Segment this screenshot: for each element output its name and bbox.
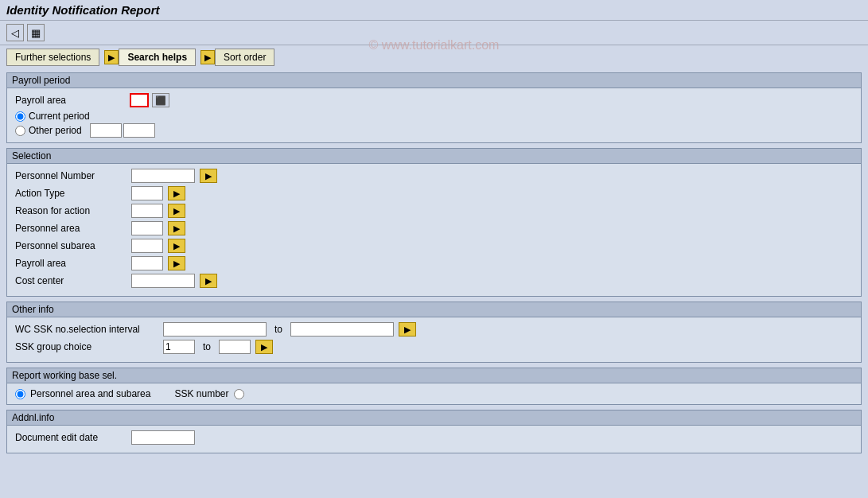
other-period-input1[interactable] [90,123,122,138]
tab-search-helps[interactable]: Search helps [119,49,196,66]
selection-header: Selection [7,149,861,164]
personnel-number-arrow-btn[interactable]: ▶ [200,169,217,183]
payroll-period-body: Payroll area ⬛ Current period Other peri… [7,88,861,142]
addnl-info-section: Addnl.info Document edit date [6,410,862,453]
ssk-group-label: SSK group choice [15,341,158,352]
ssk-group-input1[interactable] [163,340,195,354]
other-info-section: Other info WC SSK no.selection interval … [6,302,862,363]
other-info-header: Other info [7,302,861,317]
selection-body: Personnel Number ▶ Action Type ▶ Reason … [7,164,861,296]
payroll-area-sel-label: Payroll area [15,258,127,269]
payroll-period-header: Payroll period [7,73,861,88]
other-period-input2[interactable] [123,123,155,138]
other-period-radio-row[interactable]: Other period [15,123,853,138]
cost-center-arrow-btn[interactable]: ▶ [200,274,217,288]
personnel-area-arrow-btn[interactable]: ▶ [168,221,185,235]
other-period-inputs [90,123,155,138]
reason-for-action-arrow-btn[interactable]: ▶ [168,204,185,218]
payroll-area-input[interactable] [130,93,149,107]
payroll-area-sel-input[interactable] [131,256,163,270]
wc-ssk-row: WC SSK no.selection interval to ▶ [15,322,853,337]
document-edit-date-input[interactable] [131,430,195,445]
cost-center-input[interactable] [131,274,195,288]
personnel-subarea-row: Personnel subarea ▶ [15,239,853,253]
personnel-subarea-input[interactable] [131,239,163,253]
action-type-row: Action Type ▶ [15,186,853,200]
main-content: Payroll period Payroll area ⬛ Current pe… [0,69,868,461]
selection-section: Selection Personnel Number ▶ Action Type… [6,148,862,297]
addnl-info-body: Document edit date [7,426,861,453]
sort-order-label: Sort order [224,52,266,63]
sort-order-arrow-icon: ▶ [200,50,215,64]
wc-ssk-arrow-btn[interactable]: ▶ [399,322,416,337]
document-edit-date-label: Document edit date [15,432,127,443]
current-period-label: Current period [29,111,90,122]
personnel-area-row: Personnel area ▶ [15,221,853,235]
document-edit-date-row: Document edit date [15,430,853,445]
tab-sort-order[interactable]: Sort order [215,49,274,66]
payroll-period-section: Payroll period Payroll area ⬛ Current pe… [6,72,862,143]
payroll-area-sel-arrow-btn[interactable]: ▶ [168,256,185,270]
action-type-input[interactable] [131,186,163,200]
tab-further-selections[interactable]: Further selections [6,49,99,66]
other-period-label: Other period [29,125,82,136]
search-helps-arrow-icon: ▶ [104,50,119,64]
payroll-area-label: Payroll area [15,95,127,106]
reason-for-action-input[interactable] [131,204,163,218]
ssk-group-row: SSK group choice to ▶ [15,340,853,354]
wc-ssk-input1[interactable] [163,322,267,337]
current-period-radio-row[interactable]: Current period [15,111,853,122]
period-radio-group: Current period Other period [15,111,853,138]
ssk-group-arrow-btn[interactable]: ▶ [255,340,273,354]
cost-center-row: Cost center ▶ [15,274,853,288]
personnel-area-input[interactable] [131,221,163,235]
reason-for-action-label: Reason for action [15,205,127,216]
wc-ssk-label: WC SSK no.selection interval [15,324,158,335]
action-type-arrow-btn[interactable]: ▶ [168,186,185,200]
report-working-header: Report working base sel. [7,368,861,383]
back-icon[interactable]: ◁ [6,24,24,41]
payroll-area-browse-btn[interactable]: ⬛ [152,93,169,107]
toolbar: ◁ ▦ © www.tutorialkart.com [0,21,868,45]
cost-center-label: Cost center [15,275,127,286]
wc-ssk-input2[interactable] [290,322,394,337]
personnel-subarea-arrow-btn[interactable]: ▶ [168,239,185,253]
payroll-area-row: Payroll area ⬛ [15,93,853,107]
personnel-number-input[interactable] [131,169,195,183]
personnel-subarea-label: Personnel subarea [15,240,127,251]
reason-for-action-row: Reason for action ▶ [15,204,853,218]
personnel-number-label: Personnel Number [15,170,127,181]
wc-ssk-to-label: to [274,324,282,335]
addnl-info-header: Addnl.info [7,410,861,426]
report-working-body: Personnel area and subarea SSK number [7,383,861,404]
ssk-number-radio[interactable] [234,389,244,399]
forward-icon[interactable]: ▦ [27,24,45,41]
personnel-number-row: Personnel Number ▶ [15,169,853,183]
report-working-section: Report working base sel. Personnel area … [6,368,862,405]
other-info-body: WC SSK no.selection interval to ▶ SSK gr… [7,317,861,362]
ssk-group-input2[interactable] [219,340,251,354]
ssk-group-to-label: to [203,341,211,352]
tab-bar: Further selections ▶ Search helps ▶ Sort… [0,45,868,69]
page-title: Identity Notification Report [0,0,868,21]
personnel-area-subarea-option: Personnel area and subarea [15,388,150,399]
current-period-radio[interactable] [15,111,25,122]
personnel-area-label: Personnel area [15,223,127,234]
personnel-area-subarea-radio[interactable] [15,389,25,399]
ssk-number-option-label: SSK number [174,388,228,399]
action-type-label: Action Type [15,188,127,199]
ssk-number-option: SSK number [174,388,243,399]
report-working-row: Personnel area and subarea SSK number [15,388,853,399]
further-selections-label: Further selections [15,52,91,63]
payroll-area-sel-row: Payroll area ▶ [15,256,853,270]
other-period-radio[interactable] [15,126,25,136]
search-helps-label: Search helps [127,52,187,63]
personnel-area-subarea-option-label: Personnel area and subarea [30,388,150,399]
